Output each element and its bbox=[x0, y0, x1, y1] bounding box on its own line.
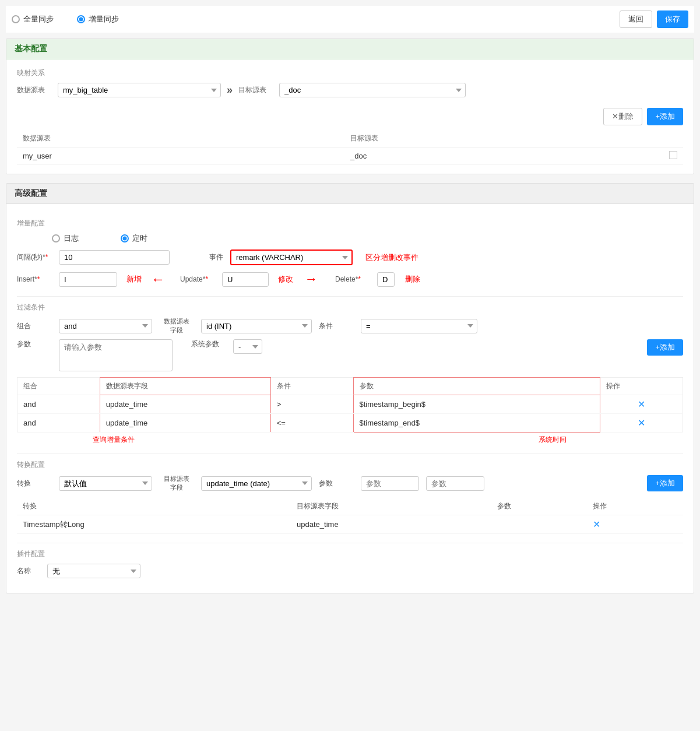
filter-col-param: 参数 bbox=[353, 378, 600, 395]
filter-row2-action: ✕ bbox=[600, 414, 683, 433]
incremental-sync-option[interactable]: 增量同步 bbox=[77, 14, 119, 24]
filter-delete-1-button[interactable]: ✕ bbox=[638, 399, 645, 409]
sync-options: 全量同步 增量同步 bbox=[12, 14, 119, 24]
transform-col-transform: 转换 bbox=[17, 498, 291, 515]
sys-param-select[interactable]: - bbox=[233, 339, 262, 354]
iud-row: Insert* 新增 ← Update* 修改 → Delete* 删除 bbox=[17, 271, 683, 287]
save-button[interactable]: 保存 bbox=[657, 10, 688, 28]
row-checkbox[interactable] bbox=[669, 151, 677, 159]
filter-title: 过滤条件 bbox=[17, 303, 683, 312]
target-table-select[interactable]: _doc bbox=[279, 83, 466, 97]
target-table-value: _doc bbox=[344, 147, 663, 165]
update-input[interactable] bbox=[222, 272, 269, 287]
filter-row-2: and update_time <= $timestamp_end$ ✕ bbox=[17, 414, 683, 433]
delete-input[interactable] bbox=[377, 272, 395, 287]
filter-row2-param: $timestamp_end$ bbox=[353, 414, 600, 433]
advanced-config-header: 高级配置 bbox=[6, 184, 694, 204]
interval-label: 间隔(秒)* bbox=[17, 252, 52, 262]
filter-row-1: and update_time > $timestamp_begin$ ✕ bbox=[17, 395, 683, 414]
plugin-name-select[interactable]: 无 bbox=[47, 564, 140, 578]
col-target-table: 目标源表 bbox=[344, 130, 663, 147]
source-field-label: 数据源表 字段 bbox=[159, 317, 194, 335]
transform-row1-transform: Timestamp转Long bbox=[17, 515, 291, 534]
filter-row1-condition: > bbox=[270, 395, 353, 414]
mode-row: 日志 定时 bbox=[17, 233, 683, 244]
table-row: my_user _doc bbox=[17, 147, 683, 165]
filter-row1-action: ✕ bbox=[600, 395, 683, 414]
transform-param2-input[interactable] bbox=[426, 476, 484, 491]
log-mode-radio[interactable] bbox=[52, 234, 60, 243]
insert-input[interactable] bbox=[59, 272, 117, 287]
mapping-row: 数据源表 my_big_table » 目标源表 _doc bbox=[17, 83, 683, 97]
filter-table: 组合 数据源表字段 条件 参数 操作 and update_time bbox=[17, 377, 683, 433]
filter-row2-field: update_time bbox=[100, 414, 270, 433]
filter-row1-param: $timestamp_begin$ bbox=[353, 395, 600, 414]
col-source-table: 数据源表 bbox=[17, 130, 344, 147]
filter-col-action: 操作 bbox=[600, 378, 683, 395]
event-label: 事件 bbox=[177, 252, 223, 262]
filter-row1-group: and bbox=[17, 395, 100, 414]
transform-input-row: 转换 默认值 目标源表 字段 update_time (date) 参数 +添加 bbox=[17, 475, 683, 492]
transform-title: 转换配置 bbox=[17, 460, 683, 470]
transform-col-action: 操作 bbox=[587, 498, 683, 515]
filter-input-row: 组合 and 数据源表 字段 id (INT) 条件 = bbox=[17, 317, 683, 335]
filter-labels-row: 查询增量条件 系统时间 bbox=[17, 435, 683, 445]
source-table-select[interactable]: my_big_table bbox=[58, 83, 221, 97]
row-checkbox-cell bbox=[663, 147, 683, 165]
full-sync-radio[interactable] bbox=[12, 15, 20, 23]
mapping-table: 数据源表 目标源表 my_user _doc bbox=[17, 130, 683, 165]
transform-add-button[interactable]: +添加 bbox=[647, 475, 683, 491]
filter-col-group: 组合 bbox=[17, 378, 100, 395]
interval-input[interactable] bbox=[59, 250, 170, 265]
top-bar: 全量同步 增量同步 返回 保存 bbox=[6, 6, 694, 33]
transform-row1-param bbox=[491, 515, 587, 534]
condition-select[interactable]: = bbox=[361, 319, 477, 333]
plugin-name-label: 名称 bbox=[17, 566, 40, 576]
scheduled-mode-label: 定时 bbox=[132, 233, 147, 244]
basic-config-section: 基本配置 映射关系 数据源表 my_big_table » 目标源表 _doc … bbox=[6, 38, 694, 174]
incremental-sync-radio[interactable] bbox=[77, 15, 85, 23]
divider3 bbox=[17, 543, 683, 543]
transform-delete-1-button[interactable]: ✕ bbox=[593, 519, 600, 529]
param-input[interactable] bbox=[59, 339, 173, 371]
delete-annotation: 删除 bbox=[405, 274, 420, 284]
col-checkbox bbox=[663, 130, 683, 147]
transform-param1-input[interactable] bbox=[361, 476, 419, 491]
sys-param-label: 系统参数 bbox=[191, 339, 226, 349]
transform-select[interactable]: 默认值 bbox=[59, 476, 152, 491]
target-field-select[interactable]: update_time (date) bbox=[201, 476, 312, 491]
condition-label: 条件 bbox=[319, 321, 354, 331]
plugin-row: 名称 无 bbox=[17, 564, 683, 578]
log-mode-option[interactable]: 日志 bbox=[52, 233, 79, 244]
back-button[interactable]: 返回 bbox=[620, 10, 652, 28]
sys-time-label: 系统时间 bbox=[539, 435, 567, 445]
scheduled-mode-option[interactable]: 定时 bbox=[121, 233, 147, 244]
scheduled-mode-radio[interactable] bbox=[121, 234, 129, 243]
transform-row1-field: update_time bbox=[291, 515, 491, 534]
incremental-sync-label: 增量同步 bbox=[89, 14, 119, 24]
transform-param-label: 参数 bbox=[319, 479, 354, 488]
filter-row1-field: update_time bbox=[100, 395, 270, 414]
filter-delete-2-button[interactable]: ✕ bbox=[638, 418, 645, 428]
source-table-value: my_user bbox=[17, 147, 344, 165]
log-mode-label: 日志 bbox=[64, 233, 79, 244]
mapping-arrow-icon: » bbox=[227, 84, 233, 96]
mapping-label: 映射关系 bbox=[17, 68, 683, 78]
advanced-config-section: 高级配置 增量配置 日志 定时 间隔(秒)* 事件 bbox=[6, 183, 694, 593]
add-mapping-button[interactable]: +添加 bbox=[647, 108, 683, 125]
interval-event-row: 间隔(秒)* 事件 remark (VARCHAR) 区分增删改事件 bbox=[17, 249, 683, 265]
source-field-select[interactable]: id (INT) bbox=[201, 319, 312, 333]
event-select[interactable]: remark (VARCHAR) bbox=[230, 249, 353, 265]
filter-add-button[interactable]: +添加 bbox=[647, 339, 683, 356]
target-field-label: 目标源表 字段 bbox=[159, 475, 194, 492]
transform-col-param: 参数 bbox=[491, 498, 587, 515]
transform-row-1: Timestamp转Long update_time ✕ bbox=[17, 515, 683, 534]
group-select[interactable]: and bbox=[59, 319, 152, 333]
delete-mapping-button[interactable]: ✕删除 bbox=[603, 108, 642, 125]
param-row: 参数 系统参数 - +添加 bbox=[17, 339, 683, 371]
query-condition-label: 查询增量条件 bbox=[93, 435, 135, 445]
filter-col-field: 数据源表字段 bbox=[100, 378, 270, 395]
full-sync-option[interactable]: 全量同步 bbox=[12, 14, 54, 24]
basic-config-body: 映射关系 数据源表 my_big_table » 目标源表 _doc ✕删除 +… bbox=[6, 59, 694, 174]
group-label: 组合 bbox=[17, 321, 52, 331]
